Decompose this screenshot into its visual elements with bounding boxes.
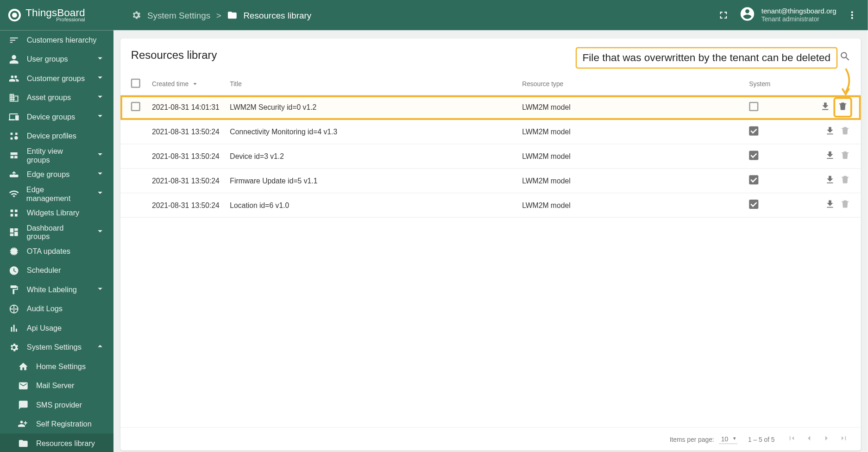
download-icon[interactable] bbox=[825, 175, 836, 187]
next-page-button[interactable] bbox=[820, 433, 833, 446]
chevron-up-icon bbox=[95, 341, 106, 353]
sidebar-item-scheduler[interactable]: Scheduler bbox=[0, 261, 113, 280]
sidebar-subitem-mail-server[interactable]: Mail Server bbox=[0, 376, 113, 395]
sidebar-item-api-usage[interactable]: Api Usage bbox=[0, 318, 113, 337]
sidebar-item-dashboard-groups[interactable]: Dashboard groups bbox=[0, 222, 113, 241]
folder-icon bbox=[227, 10, 238, 20]
table-row[interactable]: 2021-08-31 13:50:24Connectivity Monitori… bbox=[120, 120, 861, 144]
sidebar-item-asset-groups[interactable]: Asset groups bbox=[0, 88, 113, 107]
chevron-down-icon bbox=[95, 91, 106, 103]
sidebar-subitem-sms-provider[interactable]: SMS provider bbox=[0, 395, 113, 414]
breadcrumb-parent[interactable]: System Settings bbox=[147, 10, 210, 20]
sidebar-item-widgets-library[interactable]: Widgets Library bbox=[0, 203, 113, 222]
col-title[interactable]: Title bbox=[230, 80, 522, 87]
sidebar-item-label: Edge management bbox=[26, 185, 88, 202]
cell-type: LWM2M model bbox=[522, 103, 749, 112]
prev-page-button[interactable] bbox=[803, 433, 816, 446]
sidebar-item-label: Asset groups bbox=[27, 93, 71, 102]
sidebar-item-ota-updates[interactable]: OTA updates bbox=[0, 241, 113, 260]
sidebar: Customers hierarchyUser groupsCustomer g… bbox=[0, 30, 113, 452]
sidebar-item-label: Mail Server bbox=[36, 381, 75, 390]
bar-chart-icon bbox=[8, 322, 20, 334]
row-checkbox[interactable] bbox=[131, 102, 140, 111]
chevron-down-icon bbox=[95, 283, 106, 295]
chevron-down-icon bbox=[95, 53, 106, 65]
format-paint-icon bbox=[8, 284, 20, 295]
sidebar-item-device-profiles[interactable]: Device profiles bbox=[0, 126, 113, 145]
mail-icon bbox=[18, 380, 29, 391]
system-checkbox-unchecked bbox=[749, 102, 758, 111]
chevron-down-icon bbox=[95, 111, 106, 123]
page-size-select[interactable]: 10 bbox=[719, 434, 738, 444]
home-icon bbox=[18, 360, 29, 372]
device-profile-icon bbox=[8, 130, 20, 142]
page-title: Resources library bbox=[131, 49, 217, 62]
col-created[interactable]: Created time bbox=[152, 80, 230, 88]
cell-title: Device id=3 v1.2 bbox=[230, 152, 522, 161]
sidebar-item-label: Widgets Library bbox=[27, 208, 79, 217]
folder-icon bbox=[18, 437, 29, 449]
sort-icon bbox=[8, 34, 20, 46]
first-page-button[interactable] bbox=[785, 433, 798, 446]
system-checkbox-checked bbox=[749, 200, 758, 209]
track-changes-icon bbox=[8, 303, 20, 314]
page-size-label: Items per page: bbox=[670, 436, 714, 443]
user-area: tenant@thingsboard.org Tenant administra… bbox=[714, 5, 868, 25]
search-button[interactable] bbox=[835, 47, 855, 67]
cell-title: Firmware Update id=5 v1.1 bbox=[230, 176, 522, 185]
sidebar-item-entity-view-groups[interactable]: Entity view groups bbox=[0, 145, 113, 164]
sidebar-subitem-resources-library[interactable]: Resources library bbox=[0, 433, 113, 452]
sidebar-item-label: Dashboard groups bbox=[26, 223, 88, 241]
sidebar-item-label: Customers hierarchy bbox=[27, 36, 97, 44]
router-icon bbox=[8, 169, 20, 180]
sidebar-item-user-groups[interactable]: User groups bbox=[0, 50, 113, 69]
sidebar-item-audit-logs[interactable]: Audit Logs bbox=[0, 299, 113, 318]
delete-icon[interactable] bbox=[835, 99, 850, 116]
supervisor-icon bbox=[8, 53, 20, 65]
more-menu-button[interactable] bbox=[842, 5, 862, 25]
sidebar-item-edge-groups[interactable]: Edge groups bbox=[0, 165, 113, 184]
sidebar-subitem-home-settings[interactable]: Home Settings bbox=[0, 357, 113, 376]
download-icon[interactable] bbox=[820, 101, 831, 113]
download-icon[interactable] bbox=[825, 126, 836, 138]
cell-created: 2021-08-31 13:50:24 bbox=[152, 128, 230, 136]
last-page-button[interactable] bbox=[837, 433, 850, 446]
chevron-down-icon bbox=[95, 188, 106, 200]
sidebar-item-customer-groups[interactable]: Customer groups bbox=[0, 69, 113, 88]
cell-type: LWM2M model bbox=[522, 128, 749, 136]
table-row[interactable]: 2021-08-31 13:50:24Firmware Update id=5 … bbox=[120, 169, 861, 193]
chevron-down-icon bbox=[95, 226, 106, 238]
cell-created: 2021-08-31 13:50:24 bbox=[152, 152, 230, 161]
account-icon[interactable] bbox=[739, 6, 755, 25]
cell-created: 2021-08-31 13:50:24 bbox=[152, 201, 230, 209]
user-email: tenant@thingsboard.org bbox=[761, 7, 837, 15]
memory-icon bbox=[8, 245, 20, 257]
download-icon[interactable] bbox=[825, 199, 836, 211]
fullscreen-button[interactable] bbox=[714, 5, 734, 25]
sidebar-subitem-self-registration[interactable]: Self Registration bbox=[0, 414, 113, 433]
view-quilt-icon bbox=[8, 149, 20, 161]
sidebar-item-label: Resources library bbox=[36, 439, 95, 447]
download-icon[interactable] bbox=[825, 150, 836, 162]
sidebar-item-customers-hierarchy[interactable]: Customers hierarchy bbox=[0, 30, 113, 49]
brand-logo[interactable]: ThingsBoard Professional bbox=[0, 7, 113, 23]
sidebar-item-label: Audit Logs bbox=[27, 304, 63, 313]
sidebar-item-label: White Labeling bbox=[27, 285, 77, 294]
delete-icon bbox=[840, 126, 850, 138]
sidebar-item-device-groups[interactable]: Device groups bbox=[0, 107, 113, 126]
table-row[interactable]: 2021-08-31 14:01:31LWM2M Security id=0 v… bbox=[120, 95, 861, 120]
col-type[interactable]: Resource type bbox=[522, 80, 749, 87]
sidebar-item-edge-management[interactable]: Edge management bbox=[0, 184, 113, 203]
cell-type: LWM2M model bbox=[522, 176, 749, 185]
cell-created: 2021-08-31 13:50:24 bbox=[152, 176, 230, 185]
sidebar-item-label: Self Registration bbox=[36, 420, 92, 428]
table-row[interactable]: 2021-08-31 13:50:24Location id=6 v1.0LWM… bbox=[120, 193, 861, 218]
settings-icon bbox=[131, 10, 142, 20]
table-row[interactable]: 2021-08-31 13:50:24Device id=3 v1.2LWM2M… bbox=[120, 144, 861, 169]
domain-icon bbox=[8, 92, 20, 103]
select-all-checkbox[interactable] bbox=[131, 78, 140, 88]
col-system[interactable]: System bbox=[749, 80, 801, 87]
people-icon bbox=[8, 72, 20, 84]
sidebar-item-system-settings[interactable]: System Settings bbox=[0, 338, 113, 357]
sidebar-item-white-labeling[interactable]: White Labeling bbox=[0, 280, 113, 299]
